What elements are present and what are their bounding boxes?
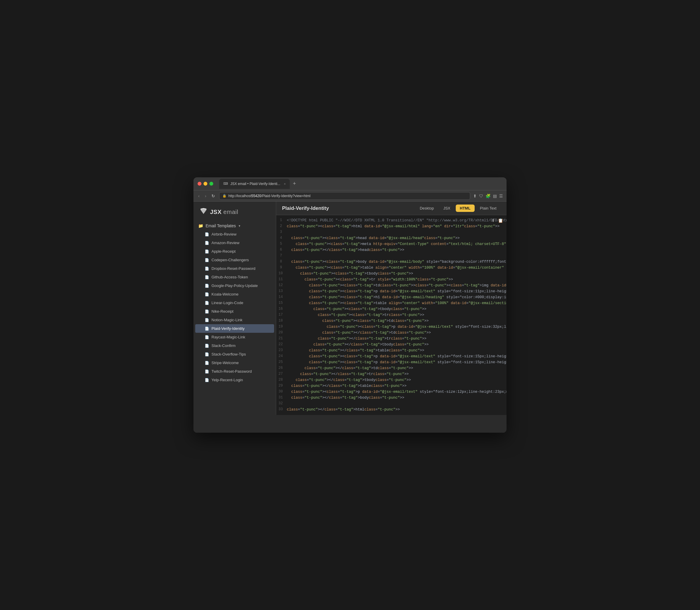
line-content: class="t-punc"><class="t-tag">tr style="… bbox=[287, 277, 506, 283]
browser-tab-active[interactable]: ⌨ JSX email • Plaid-Verify-Identi... × bbox=[219, 179, 290, 189]
file-icon: 📄 bbox=[205, 301, 209, 305]
code-editor[interactable]: 1<!DOCTYPE html PUBLIC "-//W3C//DTD XHTM… bbox=[276, 215, 506, 415]
line-content: class="t-punc"><class="t-tag">tbodyclass… bbox=[287, 271, 506, 277]
menu-icon[interactable]: ☰ bbox=[499, 194, 503, 198]
sidebar: JSX email 📁 Email Templates ▾ 📄Airbnb-Re… bbox=[194, 202, 276, 415]
sidebar-item-label: Apple-Receipt bbox=[212, 249, 236, 254]
code-line-2: 2class="t-punc"><class="t-tag">html data… bbox=[276, 223, 506, 229]
email-templates-section[interactable]: 📁 Email Templates ▾ bbox=[194, 221, 276, 230]
file-icon: 📄 bbox=[205, 378, 209, 382]
new-tab-button[interactable]: + bbox=[291, 180, 297, 187]
line-content: class="t-punc"><class="t-tag">html data-… bbox=[287, 223, 506, 229]
sidebar-item-notion-magic-link[interactable]: 📄Notion-Magic-Link bbox=[195, 316, 274, 324]
sidebar-item-amazon-review[interactable]: 📄Amazon-Review bbox=[195, 239, 274, 247]
sidebar-item-koala-welcome[interactable]: 📄Koala-Welcome bbox=[195, 290, 274, 299]
line-number: 10 bbox=[276, 271, 287, 276]
lock-icon: 🔒 bbox=[222, 194, 227, 198]
line-content: class="t-punc"><class="t-tag">h1 data-id… bbox=[287, 294, 506, 300]
editor-area: Plaid-Verify-Identity DesktopJSXHTMLPlai… bbox=[276, 202, 506, 415]
shield-icon[interactable]: 🛡 bbox=[479, 194, 483, 198]
line-number: 12 bbox=[276, 283, 287, 288]
folder-icon: 📁 bbox=[198, 223, 203, 228]
line-content: class="t-punc"><class="t-tag">head data-… bbox=[287, 235, 506, 241]
line-content: class="t-punc"><class="t-tag">p data-id=… bbox=[287, 359, 506, 365]
code-line-32: 32 bbox=[276, 401, 506, 407]
line-content: class="t-punc"></class="t-tag">tdclass="… bbox=[287, 365, 506, 371]
sidebar-item-slack-confirm[interactable]: 📄Slack-Confirm bbox=[195, 341, 274, 350]
sidebar-item-stripe-welcome[interactable]: 📄Stripe-Welcome bbox=[195, 358, 274, 367]
line-content: class="t-punc"><class="t-tag">tdclass="t… bbox=[287, 283, 506, 288]
line-content: class="t-punc"></class="t-tag">tableclas… bbox=[287, 348, 506, 353]
close-button[interactable] bbox=[198, 182, 201, 186]
sidebar-item-apple-receipt[interactable]: 📄Apple-Receipt bbox=[195, 247, 274, 256]
line-number: 8 bbox=[276, 259, 287, 264]
tab-close-icon[interactable]: × bbox=[284, 182, 286, 186]
title-bar: ⌨ JSX email • Plaid-Verify-Identi... × + bbox=[194, 177, 506, 190]
sidebar-item-airbnb-review[interactable]: 📄Airbnb-Review bbox=[195, 230, 274, 239]
logo-icon bbox=[199, 207, 207, 216]
sidebar-item-codepen-challengers[interactable]: 📄Codepen-Challengers bbox=[195, 256, 274, 264]
section-label: Email Templates bbox=[205, 223, 236, 228]
code-line-3: 3 bbox=[276, 229, 506, 235]
logo-area: JSX email bbox=[194, 202, 276, 221]
sidebar-item-label: Stripe-Welcome bbox=[212, 360, 239, 365]
tab-title: JSX email • Plaid-Verify-Identi... bbox=[230, 182, 280, 186]
tab-jsx[interactable]: JSX bbox=[439, 205, 454, 212]
sidebar-item-stack-overflow-tips[interactable]: 📄Stack-Overflow-Tips bbox=[195, 350, 274, 358]
line-content: class="t-punc"></class="t-tag">trclass="… bbox=[287, 336, 506, 342]
copy-icon[interactable]: 📋 bbox=[497, 218, 504, 223]
line-content: class="t-punc"></class="t-tag">htmlclass… bbox=[287, 407, 506, 413]
sidebar-icon[interactable]: ▤ bbox=[493, 194, 497, 198]
sidebar-item-dropbox-reset-password[interactable]: 📄Dropbox-Reset-Password bbox=[195, 264, 274, 273]
sidebar-item-twitch-reset-password[interactable]: 📄Twitch-Reset-Password bbox=[195, 367, 274, 376]
forward-button[interactable]: › bbox=[204, 193, 207, 199]
tab-desktop[interactable]: Desktop bbox=[416, 205, 438, 212]
sidebar-item-github-access-token[interactable]: 📄Github-Access-Token bbox=[195, 273, 274, 282]
code-line-27: 27 class="t-punc"></class="t-tag">trclas… bbox=[276, 371, 506, 377]
line-content: class="t-punc"><class="t-tag">table alig… bbox=[287, 300, 506, 306]
sidebar-item-google-play-policy-update[interactable]: 📄Google-Play-Policy-Update bbox=[195, 282, 274, 290]
browser-toolbar-right: ⬆ 🛡 🧩 ▤ ☰ bbox=[473, 194, 503, 198]
code-line-15: 15 class="t-punc"><class="t-tag">table a… bbox=[276, 300, 506, 306]
line-number: 20 bbox=[276, 330, 287, 335]
reload-button[interactable]: ↻ bbox=[210, 193, 216, 199]
tab-plain-text[interactable]: Plain Text bbox=[476, 205, 501, 212]
line-number: 6 bbox=[276, 247, 287, 253]
file-icon: 📄 bbox=[205, 250, 209, 254]
extensions-icon[interactable]: 🧩 bbox=[486, 194, 490, 198]
traffic-lights bbox=[198, 182, 213, 186]
sidebar-item-label: Airbnb-Review bbox=[212, 232, 237, 237]
line-number: 32 bbox=[276, 401, 287, 406]
sidebar-item-nike-receipt[interactable]: 📄Nike-Receipt bbox=[195, 307, 274, 316]
tab-html[interactable]: HTML bbox=[456, 205, 474, 212]
code-line-29: 29 class="t-punc"></class="t-tag">tablec… bbox=[276, 383, 506, 389]
sidebar-item-yelp-recent-login[interactable]: 📄Yelp-Recent-Login bbox=[195, 376, 274, 384]
code-line-18: 18 class="t-punc"><class="t-tag">tdclass… bbox=[276, 318, 506, 324]
download-icon[interactable]: ⬇ bbox=[491, 218, 496, 223]
minimize-button[interactable] bbox=[203, 182, 207, 186]
sidebar-item-label: Plaid-Verify-Identity bbox=[212, 326, 245, 331]
code-line-9: 9 class="t-punc"><class="t-tag">table al… bbox=[276, 265, 506, 271]
code-line-11: 11 class="t-punc"><class="t-tag">tr styl… bbox=[276, 277, 506, 283]
maximize-button[interactable] bbox=[210, 182, 213, 186]
sidebar-item-plaid-verify-identity[interactable]: 📄Plaid-Verify-Identity bbox=[195, 324, 274, 333]
sidebar-item-label: Amazon-Review bbox=[212, 241, 239, 245]
code-line-19: 19 class="t-punc"><class="t-tag">p data-… bbox=[276, 324, 506, 330]
url-bar[interactable]: 🔒 http://localhost55420/Plaid-Verify-Ide… bbox=[219, 192, 470, 200]
file-icon: 📄 bbox=[205, 344, 209, 348]
share-icon[interactable]: ⬆ bbox=[473, 194, 477, 198]
code-line-30: 30 class="t-punc"><class="t-tag">p data-… bbox=[276, 389, 506, 395]
code-line-31: 31 class="t-punc"></class="t-tag">bodycl… bbox=[276, 395, 506, 401]
sidebar-item-linear-login-code[interactable]: 📄Linear-Login-Code bbox=[195, 299, 274, 307]
code-line-22: 22 class="t-punc"></class="t-tag">tbodyc… bbox=[276, 342, 506, 348]
line-number: 19 bbox=[276, 324, 287, 330]
line-number: 2 bbox=[276, 223, 287, 229]
line-number: 3 bbox=[276, 229, 287, 235]
code-line-25: 25 class="t-punc"><class="t-tag">p data-… bbox=[276, 359, 506, 365]
sidebar-item-raycast-magic-link[interactable]: 📄Raycast-Magic-Link bbox=[195, 333, 274, 341]
back-button[interactable]: ‹ bbox=[197, 193, 201, 199]
code-line-16: 16 class="t-punc"><class="t-tag">tbodycl… bbox=[276, 306, 506, 312]
file-icon: 📄 bbox=[205, 369, 209, 373]
code-line-12: 12 class="t-punc"><class="t-tag">tdclass… bbox=[276, 283, 506, 288]
line-number: 1 bbox=[276, 218, 287, 223]
